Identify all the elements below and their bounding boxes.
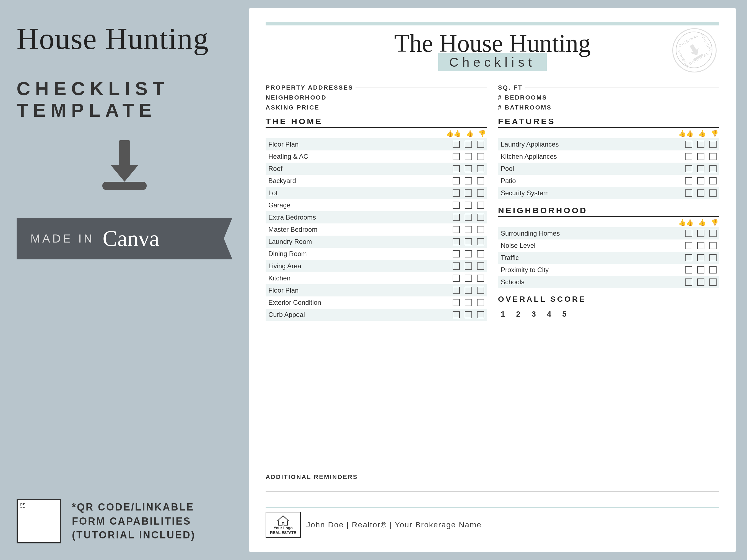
checkbox-2[interactable]	[697, 266, 704, 273]
checkbox-2[interactable]	[697, 141, 704, 148]
checkbox-3[interactable]	[710, 278, 717, 286]
svg-rect-2	[102, 182, 147, 190]
checkbox-2[interactable]	[697, 165, 704, 172]
features-thumbs-up-double-icon: 👍👍	[678, 130, 693, 137]
checkbox-2[interactable]	[465, 311, 472, 318]
checkbox-1[interactable]	[453, 275, 460, 282]
checkbox-3[interactable]	[710, 230, 717, 237]
checkbox-2[interactable]	[697, 177, 704, 184]
checkbox-3[interactable]	[477, 226, 484, 233]
checkbox-2[interactable]	[465, 287, 472, 294]
checkbox-3[interactable]	[477, 141, 484, 148]
form-field-address: PROPERTY ADDRESSES	[265, 84, 487, 91]
checkbox-2[interactable]	[465, 202, 472, 209]
checkbox-2[interactable]	[465, 153, 472, 160]
checkbox-1[interactable]	[685, 153, 692, 160]
checkbox-1[interactable]	[685, 278, 692, 286]
checkboxes	[453, 214, 484, 221]
checkbox-3[interactable]	[477, 311, 484, 318]
checkboxes	[685, 153, 717, 160]
home-item-7: Master Bedroom	[265, 223, 487, 236]
checkbox-1[interactable]	[453, 165, 460, 172]
checkbox-3[interactable]	[710, 242, 717, 249]
features-header: FEATURES	[498, 117, 719, 128]
checkbox-1[interactable]	[453, 214, 460, 221]
features-subheader: 👍👍 👍 👎	[498, 130, 719, 137]
checkbox-1[interactable]	[453, 177, 460, 184]
footer-logo: Your LogoREAL ESTATE	[265, 512, 301, 538]
thumbs-up-double-icon: 👍👍	[446, 130, 461, 137]
checkbox-3[interactable]	[710, 189, 717, 196]
additional-line-1	[265, 483, 719, 492]
checkbox-3[interactable]	[710, 254, 717, 261]
checkbox-2[interactable]	[465, 250, 472, 258]
checkbox-1[interactable]	[453, 299, 460, 306]
form-line-address	[356, 87, 487, 87]
checkbox-3[interactable]	[477, 153, 484, 160]
checkbox-3[interactable]	[477, 275, 484, 282]
checkbox-3[interactable]	[477, 262, 484, 270]
checkbox-1[interactable]	[453, 189, 460, 196]
checkbox-3[interactable]	[477, 299, 484, 306]
score-numbers: 12345	[498, 308, 719, 321]
checkbox-1[interactable]	[685, 189, 692, 196]
checkbox-2[interactable]	[465, 141, 472, 148]
home-item-label-9: Dining Room	[268, 250, 453, 258]
checkbox-3[interactable]	[477, 165, 484, 172]
checkbox-1[interactable]	[685, 266, 692, 273]
checkbox-2[interactable]	[465, 226, 472, 233]
checklist-main: THE HOME 👍👍 👍 👎 Floor PlanHeating & ACRo…	[265, 117, 719, 466]
checkbox-3[interactable]	[710, 153, 717, 160]
checkbox-3[interactable]	[710, 177, 717, 184]
checkbox-1[interactable]	[685, 242, 692, 249]
checkbox-1[interactable]	[453, 250, 460, 258]
score-2: 2	[516, 310, 521, 319]
checkbox-1[interactable]	[453, 202, 460, 209]
checkbox-1[interactable]	[453, 238, 460, 245]
svg-text:ORIGINAL: ORIGINAL	[678, 33, 699, 48]
checkbox-3[interactable]	[710, 165, 717, 172]
checkbox-3[interactable]	[477, 238, 484, 245]
checkbox-2[interactable]	[465, 262, 472, 270]
checkbox-2[interactable]	[697, 278, 704, 286]
checkbox-2[interactable]	[465, 165, 472, 172]
checkbox-1[interactable]	[453, 226, 460, 233]
checkboxes	[685, 141, 717, 148]
checkbox-1[interactable]	[685, 177, 692, 184]
form-field-neighborhood: NEIGHBORHOOD	[265, 94, 487, 101]
home-item-1: Heating & AC	[265, 151, 487, 163]
checkbox-3[interactable]	[477, 202, 484, 209]
checkbox-2[interactable]	[697, 189, 704, 196]
checkbox-1[interactable]	[685, 165, 692, 172]
checkbox-3[interactable]	[477, 189, 484, 196]
checkbox-2[interactable]	[465, 238, 472, 245]
checkbox-2[interactable]	[465, 275, 472, 282]
checkbox-1[interactable]	[685, 254, 692, 261]
checkbox-3[interactable]	[477, 250, 484, 258]
checkbox-1[interactable]	[453, 153, 460, 160]
checkbox-1[interactable]	[685, 141, 692, 148]
checkbox-2[interactable]	[465, 214, 472, 221]
checkbox-1[interactable]	[453, 311, 460, 318]
checkbox-1[interactable]	[453, 262, 460, 270]
checkbox-2[interactable]	[465, 299, 472, 306]
checkbox-1[interactable]	[453, 141, 460, 148]
home-item-label-5: Garage	[268, 201, 453, 209]
checkbox-3[interactable]	[477, 287, 484, 294]
checkboxes	[453, 287, 484, 294]
checkbox-2[interactable]	[697, 242, 704, 249]
checkbox-1[interactable]	[685, 230, 692, 237]
checkbox-1[interactable]	[453, 287, 460, 294]
checkbox-3[interactable]	[477, 177, 484, 184]
checkbox-2[interactable]	[465, 189, 472, 196]
checkbox-2[interactable]	[697, 254, 704, 261]
checkbox-2[interactable]	[697, 230, 704, 237]
title-checklist: CHECKLIST	[17, 78, 169, 99]
checkbox-2[interactable]	[697, 153, 704, 160]
checkbox-3[interactable]	[710, 141, 717, 148]
neighborhood-item-2: Traffic	[498, 252, 719, 264]
neighborhood-item-3: Proximity to City	[498, 264, 719, 276]
checkbox-3[interactable]	[477, 214, 484, 221]
checkbox-3[interactable]	[710, 266, 717, 273]
checkbox-2[interactable]	[465, 177, 472, 184]
